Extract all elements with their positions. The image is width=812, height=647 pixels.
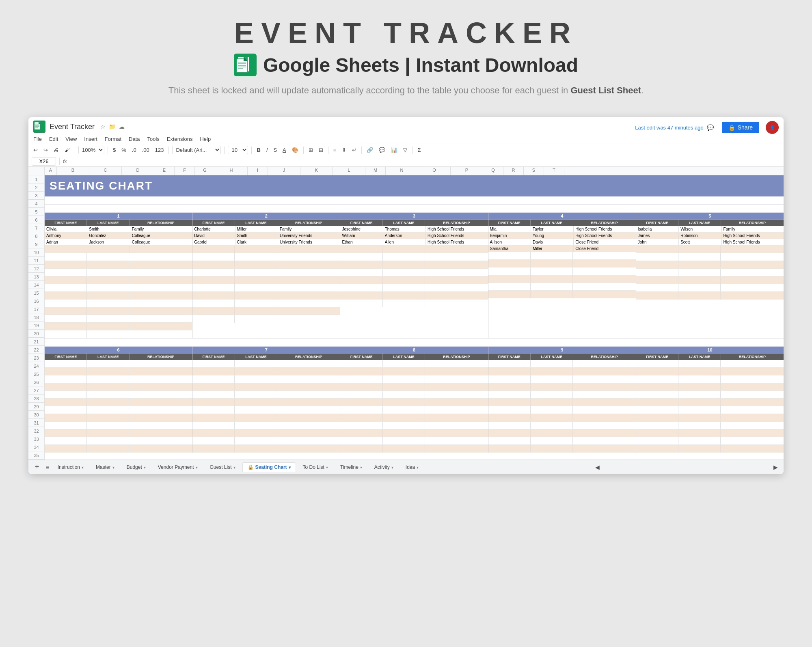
empty-row-21 bbox=[45, 339, 784, 347]
svg-rect-8 bbox=[238, 68, 243, 69]
link-btn[interactable]: 🔗 bbox=[365, 146, 375, 154]
tab-activity[interactable]: Activity ▾ bbox=[369, 462, 399, 472]
row-24: 24 bbox=[28, 362, 44, 370]
formula-bar: X26 fx bbox=[28, 156, 784, 167]
tab-vendor-payment-label: Vendor Payment bbox=[158, 464, 194, 470]
row-numbers: 1 2 3 4 5 6 7 8 9 10 11 12 13 14 15 16 1… bbox=[28, 175, 45, 459]
col-b: B bbox=[57, 167, 89, 175]
t1-e8 bbox=[45, 300, 192, 307]
redo-btn[interactable]: ↪ bbox=[42, 146, 50, 154]
col-d: D bbox=[122, 167, 154, 175]
tab-instruction[interactable]: Instruction ▾ bbox=[52, 462, 89, 472]
table-6: 6 FIRST NAME LAST NAME RELATIONSHIP bbox=[45, 347, 192, 453]
row-26: 26 bbox=[28, 378, 44, 386]
table-2-row-1: Charlotte Miller Family bbox=[192, 226, 340, 233]
fontsize-select[interactable]: 10 bbox=[228, 146, 248, 154]
italic-btn[interactable]: I bbox=[265, 146, 270, 154]
svg-rect-14 bbox=[35, 126, 39, 127]
col-s: S bbox=[524, 167, 544, 175]
strikethrough-btn[interactable]: S bbox=[272, 146, 279, 154]
paint-btn[interactable]: 🖌 bbox=[63, 146, 71, 154]
chart-btn[interactable]: 📊 bbox=[389, 146, 399, 154]
menu-data[interactable]: Data bbox=[129, 136, 140, 142]
last-edit-text: Last edit was 47 minutes ago bbox=[635, 125, 703, 131]
tab-todo-list[interactable]: To Do List ▾ bbox=[298, 462, 333, 472]
tab-guest-list[interactable]: Guest List ▾ bbox=[205, 462, 241, 472]
cell-reference[interactable]: X26 bbox=[32, 157, 56, 166]
tab-timeline[interactable]: Timeline ▾ bbox=[335, 462, 367, 472]
tab-instruction-label: Instruction bbox=[58, 464, 80, 470]
tab-timeline-arrow: ▾ bbox=[360, 465, 362, 470]
t2-e10 bbox=[192, 315, 340, 323]
tab-timeline-label: Timeline bbox=[340, 464, 358, 470]
font-select[interactable]: Default (Ari... bbox=[172, 146, 221, 154]
bold-btn[interactable]: B bbox=[255, 146, 262, 154]
tab-vendor-payment-arrow: ▾ bbox=[196, 465, 198, 470]
corner-cell bbox=[28, 167, 45, 175]
filter-btn[interactable]: ▽ bbox=[402, 146, 409, 154]
menu-view[interactable]: View bbox=[65, 136, 77, 142]
col-h: H bbox=[215, 167, 248, 175]
t1-e6 bbox=[45, 284, 192, 292]
star-icon[interactable]: ☆ bbox=[100, 123, 106, 130]
function-btn[interactable]: Σ bbox=[416, 146, 422, 154]
menu-tools[interactable]: Tools bbox=[147, 136, 159, 142]
tab-next-arrow[interactable]: ▶ bbox=[771, 462, 780, 472]
tab-master[interactable]: Master ▾ bbox=[91, 462, 120, 472]
col-g: G bbox=[195, 167, 215, 175]
fill-color-btn[interactable]: 🎨 bbox=[290, 146, 300, 154]
toolbar-row: ↩ ↪ 🖨 🖌 100% $ % .0 .00 123 Default (Ari… bbox=[28, 144, 784, 156]
underline-btn[interactable]: A bbox=[281, 146, 288, 154]
tab-budget-arrow: ▾ bbox=[144, 465, 146, 470]
number-btn[interactable]: 123 bbox=[153, 146, 166, 154]
menu-extensions[interactable]: Extensions bbox=[167, 136, 193, 142]
menu-help[interactable]: Help bbox=[200, 136, 211, 142]
lock-icon-share: 🔒 bbox=[728, 124, 735, 131]
title-bar: Event Tracker ☆ 📁 ☁ bbox=[33, 121, 125, 133]
row-32: 32 bbox=[28, 427, 44, 435]
share-button[interactable]: 🔒 Share bbox=[722, 122, 759, 133]
decimal2-btn[interactable]: .00 bbox=[140, 146, 151, 154]
zoom-select[interactable]: 100% bbox=[78, 146, 104, 154]
comment-icon[interactable]: 💬 bbox=[707, 124, 714, 131]
add-sheet-button[interactable]: + bbox=[32, 461, 43, 473]
align-left-btn[interactable]: ≡ bbox=[332, 146, 338, 154]
merge-btn[interactable]: ⊟ bbox=[317, 146, 325, 154]
tab-seating-chart[interactable]: 🔒 Seating Chart ▾ bbox=[242, 462, 296, 472]
row-25: 25 bbox=[28, 370, 44, 378]
seating-chart-header: SEATING CHART bbox=[45, 175, 784, 196]
menu-edit[interactable]: Edit bbox=[49, 136, 58, 142]
t2-e4 bbox=[192, 269, 340, 276]
subtitle-text: Google Sheets | Instant Download bbox=[263, 54, 578, 76]
formula-input[interactable] bbox=[70, 158, 780, 164]
menu-format[interactable]: Format bbox=[105, 136, 121, 142]
sheets-mini-logo bbox=[33, 121, 45, 133]
tab-vendor-payment[interactable]: Vendor Payment ▾ bbox=[153, 462, 203, 472]
tab-idea[interactable]: Idea ▾ bbox=[400, 462, 424, 472]
currency-btn[interactable]: $ bbox=[111, 146, 117, 154]
comment-toolbar-btn[interactable]: 💬 bbox=[377, 146, 387, 154]
browser-window: Event Tracker ☆ 📁 ☁ Last edit was 47 min… bbox=[28, 117, 784, 474]
align-vert-btn[interactable]: ⇕ bbox=[340, 146, 348, 154]
menu-file[interactable]: File bbox=[33, 136, 42, 142]
cloud-icon[interactable]: ☁ bbox=[119, 123, 125, 130]
t1-e11 bbox=[45, 323, 192, 330]
print-btn[interactable]: 🖨 bbox=[52, 146, 60, 154]
undo-btn[interactable]: ↩ bbox=[32, 146, 39, 154]
t2-e3 bbox=[192, 261, 340, 269]
doc-name: Event Tracker bbox=[50, 123, 95, 131]
divider1 bbox=[75, 147, 75, 154]
menu-insert[interactable]: Insert bbox=[84, 136, 97, 142]
sheet-menu-button[interactable]: ≡ bbox=[44, 462, 51, 472]
empty-row-2 bbox=[45, 196, 784, 205]
decimal-btn[interactable]: .0 bbox=[130, 146, 138, 154]
percent-btn[interactable]: % bbox=[120, 146, 128, 154]
tab-prev-arrow[interactable]: ◀ bbox=[593, 462, 602, 472]
borders-btn[interactable]: ⊞ bbox=[307, 146, 315, 154]
tab-activity-arrow: ▾ bbox=[391, 465, 393, 470]
row-30: 30 bbox=[28, 411, 44, 419]
folder-icon[interactable]: 📁 bbox=[109, 123, 116, 130]
wrap-btn[interactable]: ↵ bbox=[350, 146, 358, 154]
tab-budget[interactable]: Budget ▾ bbox=[121, 462, 151, 472]
table-1-fn-header: FIRST NAME bbox=[45, 220, 87, 226]
